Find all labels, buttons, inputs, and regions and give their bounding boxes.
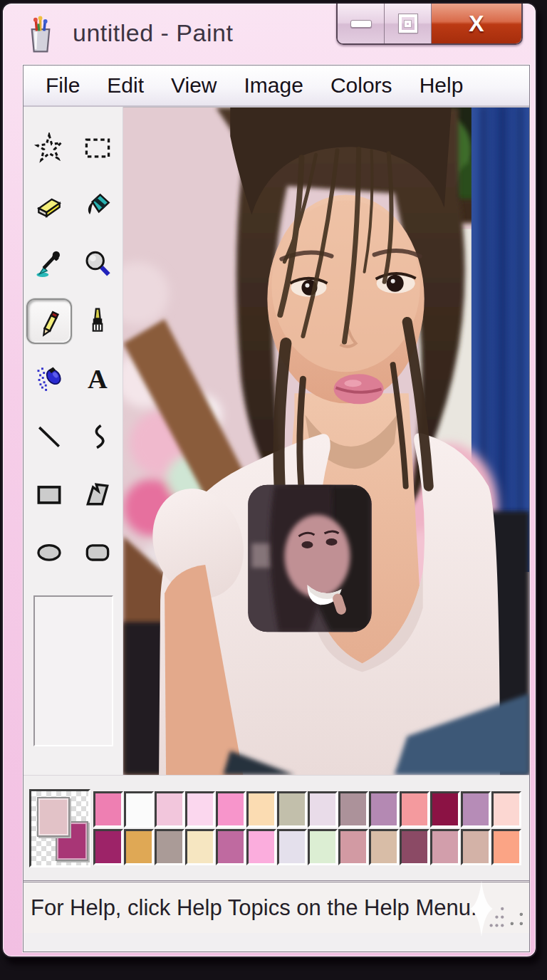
window-content: File Edit View Image Colors Help	[23, 65, 530, 952]
tool-pencil[interactable]	[26, 298, 72, 344]
fill-bucket-icon	[82, 190, 113, 221]
tool-eraser[interactable]	[26, 183, 72, 229]
menu-file[interactable]: File	[32, 73, 93, 98]
select-icon	[82, 132, 113, 164]
pencil-icon	[33, 306, 65, 337]
ellipse-icon	[33, 536, 65, 568]
eraser-icon	[33, 190, 65, 221]
color-swatch[interactable]	[185, 791, 215, 828]
tool-pick-color[interactable]	[26, 241, 72, 286]
color-swatch[interactable]	[338, 791, 368, 828]
tool-select[interactable]	[75, 125, 120, 171]
line-icon	[33, 421, 65, 452]
current-colors-indicator[interactable]	[29, 789, 90, 867]
title-bar[interactable]: untitled - Paint X	[3, 4, 536, 65]
color-swatch[interactable]	[216, 829, 246, 865]
tool-curve[interactable]	[75, 414, 120, 459]
menu-help[interactable]: Help	[406, 73, 477, 98]
minimize-button[interactable]	[338, 4, 385, 43]
inset-photo	[248, 485, 371, 632]
svg-text:A: A	[88, 364, 108, 394]
color-swatch[interactable]	[491, 791, 521, 828]
color-swatch[interactable]	[308, 829, 338, 865]
menu-colors[interactable]: Colors	[317, 73, 406, 98]
color-swatch[interactable]	[461, 829, 491, 865]
status-message: For Help, click Help Topics on the Help …	[31, 895, 477, 921]
swatch-grid	[93, 791, 521, 865]
color-swatch[interactable]	[491, 829, 521, 865]
status-bar: For Help, click Help Topics on the Help …	[24, 880, 529, 933]
color-swatch[interactable]	[216, 791, 246, 828]
maximize-icon	[399, 14, 417, 33]
tool-brush[interactable]	[75, 298, 120, 344]
color-swatch[interactable]	[93, 829, 123, 865]
color-palette	[24, 775, 529, 880]
close-button[interactable]: X	[432, 4, 521, 43]
canvas-area	[123, 107, 529, 775]
tool-fill[interactable]	[75, 183, 120, 229]
color-swatch[interactable]	[400, 829, 429, 865]
color-swatch[interactable]	[93, 791, 123, 828]
curve-icon	[82, 421, 113, 452]
text-icon: A	[82, 363, 113, 395]
color-swatch[interactable]	[400, 791, 429, 828]
swatch-row-bottom	[93, 829, 521, 865]
tool-options-box[interactable]	[33, 595, 113, 746]
color-swatch[interactable]	[308, 791, 338, 828]
sparkle-watermark	[454, 878, 509, 939]
tool-magnifier[interactable]	[75, 241, 120, 286]
color-swatch[interactable]	[277, 829, 307, 865]
maximize-button[interactable]	[385, 4, 432, 43]
resize-grip[interactable]	[506, 909, 525, 927]
tool-ellipse[interactable]	[26, 529, 72, 575]
tool-airbrush[interactable]	[26, 356, 72, 402]
menu-bar: File Edit View Image Colors Help	[24, 66, 529, 107]
close-icon: X	[469, 11, 484, 37]
color-swatch[interactable]	[430, 791, 460, 828]
color-swatch[interactable]	[369, 791, 399, 828]
color-swatch[interactable]	[246, 829, 276, 865]
color-swatch[interactable]	[155, 829, 184, 865]
tool-rounded-rectangle[interactable]	[75, 529, 120, 575]
rounded-rectangle-icon	[82, 536, 113, 568]
brush-icon	[82, 306, 113, 337]
rectangle-icon	[33, 479, 65, 510]
paint-app-icon	[21, 15, 60, 56]
airbrush-icon	[33, 363, 65, 395]
menu-view[interactable]: View	[157, 73, 230, 98]
color-swatch[interactable]	[124, 791, 154, 828]
color-swatch[interactable]	[185, 829, 215, 865]
tool-line[interactable]	[26, 414, 72, 459]
menu-edit[interactable]: Edit	[93, 73, 157, 98]
swatch-row-top	[93, 791, 521, 828]
tool-palette: A	[24, 107, 123, 775]
color-swatch[interactable]	[124, 829, 154, 865]
tool-rectangle[interactable]	[26, 471, 72, 517]
color-swatch[interactable]	[338, 829, 368, 865]
tool-text[interactable]: A	[75, 356, 120, 402]
color-swatch[interactable]	[155, 791, 184, 828]
window-title: untitled - Paint	[73, 19, 233, 47]
window-controls: X	[336, 4, 523, 45]
polygon-icon	[82, 479, 113, 510]
color-swatch[interactable]	[246, 791, 276, 828]
color-swatch[interactable]	[461, 791, 491, 828]
minimize-icon	[350, 20, 372, 28]
color-swatch[interactable]	[369, 829, 399, 865]
tool-free-form-select[interactable]	[26, 125, 72, 171]
color-swatch[interactable]	[277, 791, 307, 828]
paint-window: untitled - Paint X File Edit View Image …	[1, 2, 537, 958]
menu-image[interactable]: Image	[231, 73, 317, 98]
magnifier-icon	[82, 248, 113, 279]
foreground-color	[37, 797, 70, 837]
free-form-select-icon	[33, 132, 65, 164]
canvas-photo[interactable]	[123, 108, 529, 775]
tool-polygon[interactable]	[75, 471, 120, 517]
eyedropper-icon	[33, 248, 65, 279]
color-swatch[interactable]	[430, 829, 460, 865]
